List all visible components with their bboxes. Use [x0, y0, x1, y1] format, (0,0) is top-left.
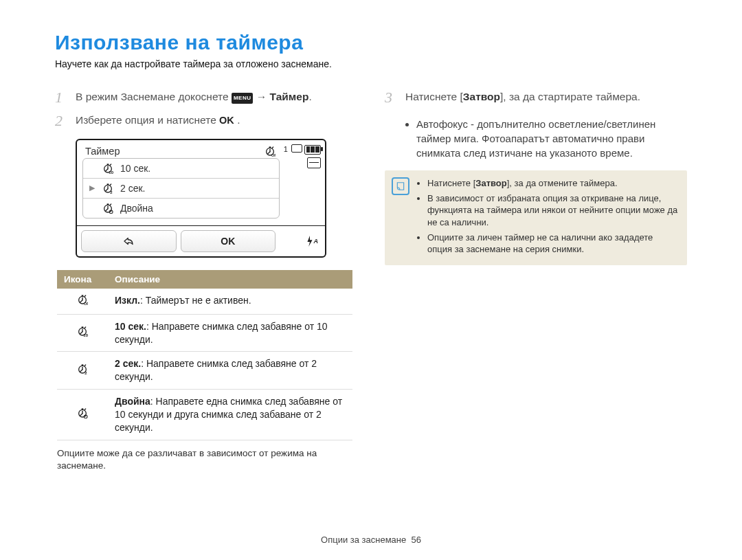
- step-number: 3: [385, 89, 396, 107]
- table-row: 2 сек.: Направете снимка след забавяне о…: [57, 352, 352, 390]
- page-title: Използване на таймера: [55, 31, 687, 54]
- camera-screen: Таймер ▶ 10 сек. ▶: [76, 139, 326, 258]
- info-callout: Натиснете [Затвор], за да отмените тайме…: [385, 170, 687, 265]
- cam-option-2sec[interactable]: ▶ 2 сек.: [83, 178, 279, 198]
- step-2-end: .: [237, 114, 240, 126]
- battery-icon: [304, 145, 321, 155]
- step-1-end: .: [308, 91, 311, 102]
- autofocus-note: Автофокус - допълнително осветление/свет…: [416, 117, 687, 160]
- cam-option-label: 2 сек.: [120, 183, 145, 194]
- icon-description-table: Икона Описание Изкл.: Таймерът не е акти…: [57, 270, 352, 440]
- timer-10-icon: [77, 326, 88, 337]
- cam-option-double[interactable]: ▶ Двойна: [83, 198, 279, 218]
- back-arrow-icon: [122, 236, 135, 246]
- step-3-text-b: ], за да стартирате таймера.: [500, 91, 640, 102]
- timer-double-icon: [102, 203, 113, 214]
- step-3: 3 Натиснете [Затвор], за да стартирате т…: [385, 89, 687, 107]
- info-icon: [392, 177, 409, 195]
- options-note: Опциите може да се различават в зависимо…: [57, 447, 352, 472]
- cam-shot-count: 1: [284, 145, 288, 153]
- table-row: Изкл.: Таймерът не е активен.: [57, 289, 352, 314]
- cam-option-label: 10 сек.: [120, 163, 150, 174]
- step-number: 1: [55, 89, 66, 107]
- info-item: Натиснете [Затвор], за да отмените тайме…: [427, 177, 679, 190]
- table-header-desc: Описание: [108, 270, 352, 289]
- step-3-bold: Затвор: [463, 91, 500, 102]
- timer-2-icon: [102, 183, 113, 194]
- step-2-text: Изберете опция и натиснете: [76, 114, 219, 126]
- info-item: Опциите за личен таймер не са налични ак…: [427, 232, 679, 256]
- page-subtitle: Научете как да настройвате таймера за от…: [55, 58, 687, 69]
- arrow-text: →: [256, 91, 270, 102]
- info-item: В зависимост от избраната опция за откри…: [427, 192, 679, 229]
- timer-10-icon: [102, 163, 113, 174]
- table-row: 10 сек.: Направете снимка след забавяне …: [57, 314, 352, 352]
- step-1: 1 В режим Заснемане докоснете MENU → Тай…: [55, 89, 357, 107]
- cam-menu-title: Таймер: [85, 146, 120, 157]
- ok-icon: OK: [219, 115, 234, 126]
- cam-ok-button[interactable]: OK: [181, 230, 276, 252]
- sd-card-icon: [307, 157, 321, 168]
- table-header-icon: Икона: [57, 270, 108, 289]
- table-row: Двойна: Направете една снимка след забав…: [57, 390, 352, 440]
- flash-auto-icon: A: [280, 236, 325, 247]
- selection-arrow-icon: ▶: [89, 183, 95, 192]
- page-footer: Опции за заснемане 56: [0, 535, 742, 545]
- step-3-text-a: Натиснете [: [405, 91, 463, 102]
- timer-2-icon: [77, 363, 88, 374]
- step-1-bold: Таймер: [270, 91, 309, 102]
- cam-option-label: Двойна: [120, 203, 153, 214]
- menu-icon: MENU: [232, 93, 254, 104]
- timer-off-icon: [265, 146, 276, 157]
- cam-back-button[interactable]: [81, 230, 177, 252]
- step-2: 2 Изберете опция и натиснете OK .: [55, 112, 357, 130]
- step-number: 2: [55, 112, 66, 130]
- timer-off-icon: [77, 294, 88, 305]
- step-1-text-a: В режим Заснемане докоснете: [76, 91, 232, 102]
- cam-option-10sec[interactable]: ▶ 10 сек.: [83, 159, 279, 178]
- timer-double-icon: [77, 407, 88, 418]
